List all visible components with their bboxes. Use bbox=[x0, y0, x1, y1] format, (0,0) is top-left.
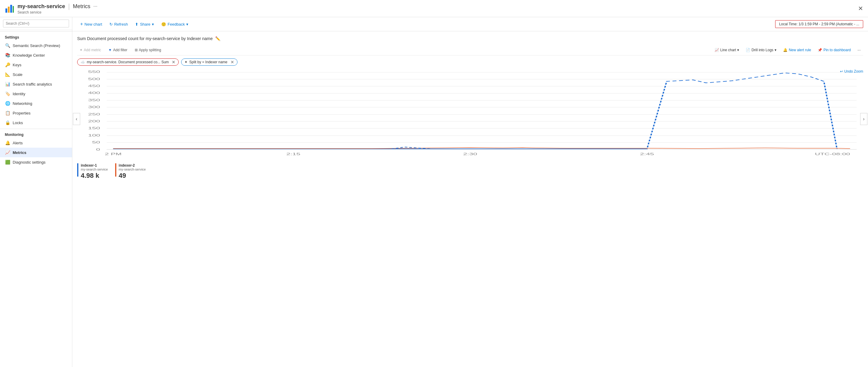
feedback-chevron-icon: ▾ bbox=[186, 22, 188, 27]
time-range-label: Local Time: 1/3 1:59 PM - 2:59 PM (Autom… bbox=[779, 22, 859, 26]
sidebar-item-label: Semantic Search (Preview) bbox=[13, 43, 60, 48]
svg-text:450: 450 bbox=[88, 84, 100, 88]
svg-text:250: 250 bbox=[88, 112, 100, 116]
undo-zoom-label: Undo Zoom bbox=[844, 69, 863, 73]
refresh-icon: ↻ bbox=[110, 22, 113, 27]
main-layout: Settings 🔍 Semantic Search (Preview) 📚 K… bbox=[0, 17, 868, 367]
sidebar-item-locks[interactable]: 🔒 Locks bbox=[0, 118, 72, 127]
split-chip-close-button[interactable]: ✕ bbox=[230, 60, 234, 64]
indexer1-service: my-search-service bbox=[81, 167, 108, 171]
split-icon: ✦ bbox=[184, 60, 187, 64]
sidebar-item-search-traffic[interactable]: 📊 Search traffic analytics bbox=[0, 79, 72, 89]
diagnostic-icon: 🟩 bbox=[5, 159, 10, 165]
drill-label: Drill into Logs bbox=[751, 48, 773, 52]
sidebar-item-properties[interactable]: 📋 Properties bbox=[0, 108, 72, 118]
sidebar-item-label: Diagnostic settings bbox=[13, 160, 45, 164]
add-metric-button[interactable]: ✦ Add metric bbox=[77, 47, 103, 53]
chart-panel: Sum Document processed count for my-sear… bbox=[72, 31, 868, 367]
header-dots[interactable]: ··· bbox=[93, 4, 97, 9]
add-filter-button[interactable]: ▼ Add filter bbox=[106, 47, 130, 53]
close-button[interactable]: ✕ bbox=[858, 5, 863, 12]
monitoring-section-title: Monitoring bbox=[0, 129, 72, 138]
locks-icon: 🔒 bbox=[5, 120, 10, 125]
chart-edit-icon[interactable]: ✏️ bbox=[215, 36, 220, 41]
svg-text:2:30: 2:30 bbox=[463, 152, 477, 156]
new-chart-button[interactable]: + New chart bbox=[77, 20, 105, 29]
svg-text:50: 50 bbox=[92, 141, 100, 144]
sidebar-item-label: Scale bbox=[13, 72, 23, 77]
line-chart-button[interactable]: 📈 Line chart ▾ bbox=[712, 47, 742, 53]
header: my-search-service | Metrics ··· Search s… bbox=[0, 0, 868, 17]
svg-text:300: 300 bbox=[88, 105, 100, 109]
indexer1-dashed-line bbox=[113, 73, 837, 149]
chart-area: ↩ Undo Zoom ‹ › 550 500 450 400 350 300 bbox=[77, 69, 863, 180]
sidebar-item-diagnostic-settings[interactable]: 🟩 Diagnostic settings bbox=[0, 157, 72, 167]
pin-icon: 📌 bbox=[818, 48, 822, 52]
add-metric-icon: ✦ bbox=[80, 48, 83, 52]
sidebar-item-knowledge-center[interactable]: 📚 Knowledge Center bbox=[0, 50, 72, 60]
sidebar-item-networking[interactable]: 🌐 Networking bbox=[0, 98, 72, 108]
chip-close-button[interactable]: ✕ bbox=[172, 60, 176, 64]
feedback-button[interactable]: 🙂 Feedback ▾ bbox=[158, 20, 191, 28]
identity-icon: 🏷️ bbox=[5, 91, 10, 96]
sidebar-section-settings: Settings 🔍 Semantic Search (Preview) 📚 K… bbox=[0, 30, 72, 127]
add-filter-label: Add filter bbox=[113, 48, 127, 52]
header-subtitle: Search service bbox=[18, 10, 97, 14]
svg-text:0: 0 bbox=[96, 148, 100, 151]
indexer1-color-bar bbox=[77, 163, 79, 177]
sidebar: Settings 🔍 Semantic Search (Preview) 📚 K… bbox=[0, 17, 72, 367]
chart-next-button[interactable]: › bbox=[860, 113, 867, 125]
app-container: my-search-service | Metrics ··· Search s… bbox=[0, 0, 868, 367]
svg-text:500: 500 bbox=[88, 77, 100, 81]
sidebar-item-label: Networking bbox=[13, 101, 32, 106]
sidebar-item-semantic-search[interactable]: 🔍 Semantic Search (Preview) bbox=[0, 41, 72, 50]
splitting-icon: ⊞ bbox=[135, 48, 138, 52]
add-metric-label: Add metric bbox=[84, 48, 101, 52]
service-name: my-search-service bbox=[18, 3, 65, 10]
sidebar-item-label: Alerts bbox=[13, 141, 23, 145]
sidebar-item-scale[interactable]: 📐 Scale bbox=[0, 70, 72, 79]
new-alert-label: New alert rule bbox=[789, 48, 811, 52]
sidebar-section-monitoring: Monitoring 🔔 Alerts 📈 Metrics 🟩 Diagnost… bbox=[0, 127, 72, 167]
content-area: + New chart ↻ Refresh ⬆ Share ▾ 🙂 Feedba… bbox=[72, 17, 868, 367]
line-chart-label: Line chart bbox=[720, 48, 736, 52]
metrics-right-actions: 📈 Line chart ▾ 📄 Drill into Logs ▾ 🔔 New… bbox=[712, 47, 863, 53]
page-title: Metrics bbox=[73, 3, 90, 10]
more-options-button[interactable]: ··· bbox=[855, 47, 863, 53]
sidebar-item-identity[interactable]: 🏷️ Identity bbox=[0, 89, 72, 98]
feedback-icon: 🙂 bbox=[161, 22, 166, 27]
keys-icon: 🔑 bbox=[5, 62, 10, 67]
new-chart-label: New chart bbox=[84, 22, 102, 27]
apply-splitting-button[interactable]: ⊞ Apply splitting bbox=[132, 47, 164, 53]
traffic-analytics-icon: 📊 bbox=[5, 81, 10, 87]
svg-text:350: 350 bbox=[88, 98, 100, 102]
indexer2-value: 49 bbox=[119, 172, 146, 180]
knowledge-center-icon: 📚 bbox=[5, 53, 10, 58]
line-chart-icon: 📈 bbox=[715, 48, 719, 52]
chart-prev-button[interactable]: ‹ bbox=[73, 113, 80, 125]
indexer2-service: my-search-service bbox=[119, 167, 146, 171]
alerts-icon: 🔔 bbox=[5, 140, 10, 146]
time-range-button[interactable]: Local Time: 1/3 1:59 PM - 2:59 PM (Autom… bbox=[775, 20, 863, 28]
drill-chevron-icon: ▾ bbox=[775, 48, 776, 52]
sidebar-search-container bbox=[0, 17, 72, 30]
pin-to-dashboard-button[interactable]: 📌 Pin to dashboard bbox=[815, 47, 853, 53]
feedback-label: Feedback bbox=[167, 22, 185, 27]
metric-chip: ☁️ my-search-service. Document processed… bbox=[77, 58, 179, 66]
networking-icon: 🌐 bbox=[5, 101, 10, 106]
filter-chips-row: ☁️ my-search-service. Document processed… bbox=[77, 58, 863, 66]
refresh-button[interactable]: ↻ Refresh bbox=[106, 20, 131, 28]
new-alert-rule-button[interactable]: 🔔 New alert rule bbox=[781, 47, 813, 53]
share-button[interactable]: ⬆ Share ▾ bbox=[132, 20, 157, 28]
search-input[interactable] bbox=[3, 20, 69, 27]
svg-rect-1 bbox=[8, 7, 10, 13]
undo-zoom-button[interactable]: ↩ Undo Zoom bbox=[840, 69, 863, 73]
sidebar-item-alerts[interactable]: 🔔 Alerts bbox=[0, 138, 72, 148]
sidebar-item-metrics[interactable]: 📈 Metrics bbox=[0, 148, 72, 157]
svg-text:2 PM: 2 PM bbox=[105, 152, 122, 156]
chart-title-row: Sum Document processed count for my-sear… bbox=[77, 36, 863, 41]
drill-into-logs-button[interactable]: 📄 Drill into Logs ▾ bbox=[743, 47, 779, 53]
semantic-search-icon: 🔍 bbox=[5, 43, 10, 48]
split-chip: ✦ Split by = Indexer name ✕ bbox=[181, 58, 237, 66]
sidebar-item-keys[interactable]: 🔑 Keys bbox=[0, 60, 72, 70]
